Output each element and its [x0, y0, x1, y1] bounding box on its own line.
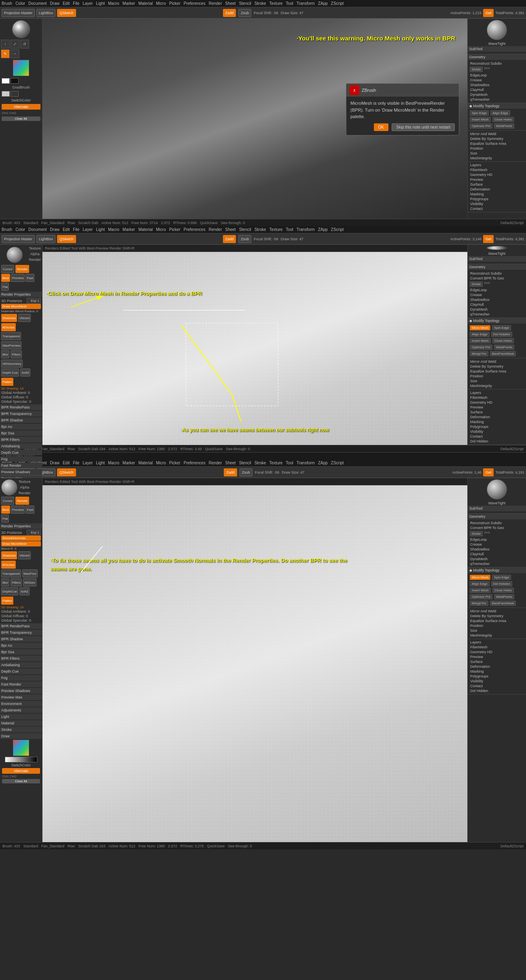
zsub-btn3[interactable]: Zsub — [240, 468, 252, 476]
menu3-file[interactable]: File — [73, 461, 79, 465]
crease-item-s2[interactable]: Crease — [469, 292, 524, 297]
reconstruct-subdiv-s3[interactable]: Reconstruct Subdiv — [469, 521, 524, 525]
render-btn-s2[interactable]: Render — [15, 265, 29, 273]
menu-brush[interactable]: Brush — [2, 1, 12, 6]
divide-btn[interactable]: Divide — [470, 67, 483, 72]
dialog-ok-btn[interactable]: OK — [374, 123, 388, 131]
menu3-transform[interactable]: Transform — [297, 461, 315, 465]
masking-item-s3[interactable]: Masking — [469, 669, 524, 674]
menu3-light[interactable]: Light — [96, 461, 105, 465]
draw-tool[interactable]: ✎ — [1, 49, 10, 58]
lightbox-btn2[interactable]: LightBox — [36, 235, 55, 243]
menu2-stroke[interactable]: Stroke — [255, 227, 266, 232]
move-tool[interactable]: ↕ — [1, 40, 10, 49]
menu3-micro[interactable]: Micro — [156, 461, 166, 465]
cursor-btn[interactable]: Cursor — [1, 265, 14, 273]
menu2-material[interactable]: Material — [138, 227, 153, 232]
shadowbox-item[interactable]: ShadowBox — [469, 83, 524, 87]
smooth-normals-btn[interactable]: SmoothNormals — [1, 536, 41, 541]
color-swatch-s1[interactable] — [13, 60, 29, 76]
render-props-title[interactable]: Render Properties — [0, 292, 42, 297]
del-hobden-btn-s3[interactable]: Del Hobden — [491, 581, 512, 586]
layers-item-s3[interactable]: Layers — [469, 640, 524, 645]
layers-item[interactable]: Layers — [469, 163, 524, 167]
contact-item[interactable]: Contact — [469, 206, 524, 211]
fog-title[interactable]: Fog — [0, 456, 42, 462]
menu-micro[interactable]: Micro — [156, 1, 166, 6]
menu-zapp[interactable]: ZApp — [318, 1, 328, 6]
menu-sheet[interactable]: Sheet — [225, 1, 236, 6]
aocclusion-btn[interactable]: AOcclus — [1, 323, 16, 331]
preview-btn-s2[interactable]: Preview — [11, 274, 25, 282]
render-btn-s3[interactable]: Render — [15, 497, 29, 505]
bpr-transparency-title3[interactable]: BPR Transparency — [0, 630, 42, 635]
clayhull-item-s2[interactable]: ClayHull — [469, 302, 524, 307]
menu2-marker[interactable]: Marker — [123, 227, 135, 232]
bpr-filters-title[interactable]: BPR Filters — [0, 437, 42, 442]
mirror-weld-item-s3[interactable]: Mirror And Weld — [469, 609, 524, 614]
geometry-hd-item[interactable]: Geometry HD — [469, 172, 524, 177]
deformation-item[interactable]: Deformation — [469, 187, 524, 192]
environment-title3[interactable]: Environment — [0, 701, 42, 707]
fast-btn3[interactable]: Fast — [25, 506, 34, 514]
vibrant-btn[interactable]: Vibrant — [18, 314, 31, 322]
draw-micromesh-btn3[interactable]: Draw MicroMesh — [1, 541, 41, 546]
polygroups-item-s2[interactable]: Polygroups — [469, 424, 524, 429]
menu3-zscript[interactable]: ZScript — [331, 461, 344, 465]
menu3-tool[interactable]: Tool — [286, 461, 293, 465]
depth-cue-title3[interactable]: Depth Cue — [0, 669, 42, 674]
edgeloop-item[interactable]: EdgeLoop — [469, 73, 524, 78]
deformation-item-s2[interactable]: Deformation — [469, 415, 524, 419]
preview-item-s2[interactable]: Preview — [469, 405, 524, 410]
spin-edge-btn-s3[interactable]: Spin Edge — [492, 575, 511, 580]
menu3-layer[interactable]: Layer — [83, 461, 93, 465]
size-item-s3[interactable]: Size — [469, 628, 524, 633]
bpr-shadow-title[interactable]: BPR Shadow — [0, 417, 42, 423]
modify-topology-title-s3[interactable]: ◆ Modify Topology — [468, 567, 526, 573]
canvas-s2[interactable]: ·Click on Draw Micro Mesh in Render Prop… — [42, 252, 467, 445]
alternate-btn[interactable]: Alternate — [2, 104, 40, 110]
menu3-texture[interactable]: Texture — [269, 461, 283, 465]
bpr-transparency-title[interactable]: BPR Transparency — [0, 411, 42, 417]
get-btn2[interactable]: Get — [483, 235, 494, 243]
menu-light[interactable]: Light — [96, 1, 105, 6]
geometry-title[interactable]: Geometry — [468, 54, 526, 60]
menu3-stencil[interactable]: Stencil — [239, 461, 251, 465]
blur-btn[interactable]: Blur — [1, 350, 9, 358]
weld-points-btn[interactable]: WeldPoints — [494, 123, 514, 129]
depth-cue-title[interactable]: Depth Cue — [0, 450, 42, 455]
edgeloop-item-s3[interactable]: EdgeLoop — [469, 537, 524, 542]
position-item-s2[interactable]: Position — [469, 374, 524, 379]
quick-sketch-btn2[interactable]: QSketch — [57, 235, 76, 243]
bpr-ao-title3[interactable]: Bpr Ao — [0, 643, 42, 648]
flatten-btn3[interactable]: Flatten — [1, 597, 13, 605]
merge-tris-btn-s3[interactable]: MergeTris — [470, 601, 488, 606]
micromesh-btn-s2[interactable]: Micro Mesh — [470, 325, 490, 330]
dynamesh-item-s3[interactable]: DynaMesh — [469, 557, 524, 561]
insert-mesh-btn-s3[interactable]: Insert Mesh — [470, 588, 491, 593]
delete-by-symmetry-item[interactable]: Delete By Symmetry — [469, 136, 524, 141]
filters-btn[interactable]: Filters — [11, 350, 22, 358]
softz-btn[interactable]: SoftZ — [20, 368, 30, 377]
zadd-btn3[interactable]: Zadd — [224, 468, 237, 476]
menu3-preferences[interactable]: Preferences — [184, 461, 206, 465]
menu-stroke[interactable]: Stroke — [255, 1, 266, 6]
polygroups-item-s3[interactable]: Polygroups — [469, 674, 524, 679]
meshintegrity-item-s3[interactable]: MeshIntegrity — [469, 633, 524, 638]
geometry-hd-item-s2[interactable]: Geometry HD — [469, 400, 524, 405]
menu2-document[interactable]: Document — [28, 227, 47, 232]
position-item[interactable]: Position — [469, 146, 524, 151]
shadows-btn3[interactable]: Shadows — [1, 551, 17, 559]
menu2-zapp[interactable]: ZApp — [318, 227, 328, 232]
backface-btn-s2[interactable]: BackFaceMask — [490, 351, 516, 356]
menu2-zscript[interactable]: ZScript — [331, 227, 344, 232]
del-hidden-item-s3[interactable]: Dol Hidden — [469, 688, 524, 693]
bpr-ssa-title3[interactable]: Bpr Ssa — [0, 649, 42, 655]
visibility-item[interactable]: Visibility — [469, 201, 524, 206]
edgeloop-item-s2[interactable]: EdgeLoop — [469, 288, 524, 292]
adjustments-title3[interactable]: Adjustments — [0, 707, 42, 713]
hdgeo-btn3[interactable]: HDGeo — [23, 578, 36, 586]
close-holes-btn[interactable]: Close Holes — [492, 117, 514, 122]
qtremesher-item-s2[interactable]: qTremesher — [469, 312, 524, 317]
delete-by-symmetry-item-s3[interactable]: Delete By Symmetry — [469, 614, 524, 618]
